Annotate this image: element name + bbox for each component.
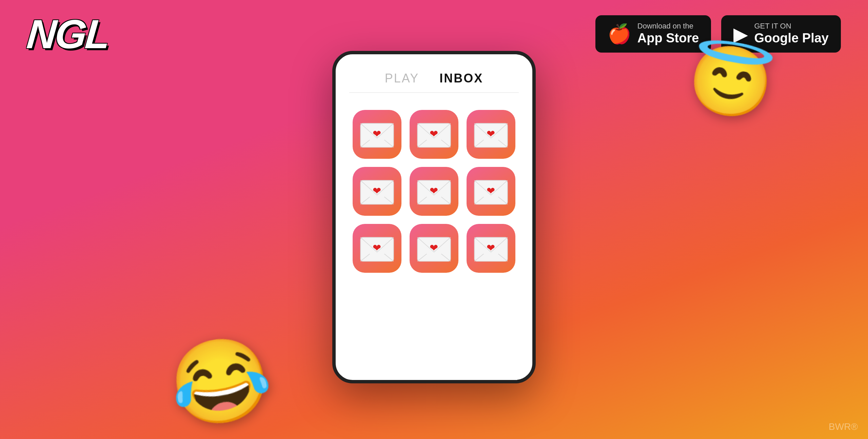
- phone-mockup: PLAY INBOX ❤ ❤: [332, 51, 536, 383]
- appstore-small-label: Download on the: [637, 22, 699, 31]
- message-icon-1[interactable]: ❤: [353, 110, 401, 159]
- tab-inbox[interactable]: INBOX: [439, 71, 483, 85]
- googleplay-text: GET IT ON Google Play: [754, 22, 829, 46]
- tab-play[interactable]: PLAY: [385, 71, 419, 85]
- svg-text:❤: ❤: [487, 128, 495, 139]
- message-icon-9[interactable]: ❤: [467, 224, 515, 273]
- ngl-logo: NGL: [25, 11, 111, 57]
- svg-text:❤: ❤: [487, 242, 495, 253]
- svg-text:❤: ❤: [430, 128, 438, 139]
- appstore-large-label: App Store: [637, 31, 699, 46]
- svg-text:❤: ❤: [430, 242, 438, 253]
- apple-icon: 🍎: [608, 23, 631, 45]
- message-grid: ❤ ❤ ❤: [349, 107, 519, 276]
- message-icon-5[interactable]: ❤: [410, 167, 458, 216]
- message-icon-6[interactable]: ❤: [467, 167, 515, 216]
- message-icon-3[interactable]: ❤: [467, 110, 515, 159]
- appstore-text: Download on the App Store: [637, 22, 699, 46]
- message-icon-4[interactable]: ❤: [353, 167, 401, 216]
- svg-text:❤: ❤: [373, 185, 381, 196]
- phone-tabs: PLAY INBOX: [349, 71, 519, 93]
- svg-text:❤: ❤: [487, 185, 495, 196]
- phone-container: PLAY INBOX ❤ ❤: [332, 51, 536, 383]
- message-icon-2[interactable]: ❤: [410, 110, 458, 159]
- svg-text:❤: ❤: [373, 128, 381, 139]
- googleplay-large-label: Google Play: [754, 31, 829, 46]
- message-icon-8[interactable]: ❤: [410, 224, 458, 273]
- google-play-icon: ▶: [733, 23, 748, 45]
- laugh-emoji: 😂: [163, 332, 277, 430]
- watermark: BWR®: [829, 421, 858, 432]
- googleplay-small-label: GET IT ON: [754, 22, 829, 31]
- angel-emoji: 😇: [683, 41, 778, 122]
- message-icon-7[interactable]: ❤: [353, 224, 401, 273]
- svg-text:❤: ❤: [373, 242, 381, 253]
- svg-text:❤: ❤: [430, 185, 438, 196]
